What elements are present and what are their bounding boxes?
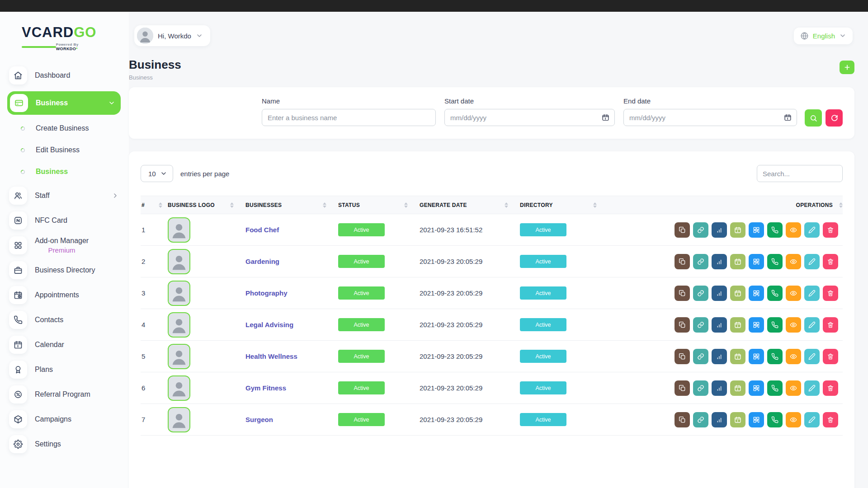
- op-calendar-button[interactable]: [730, 380, 745, 396]
- business-logo[interactable]: [168, 281, 190, 306]
- entries-per-page-select[interactable]: 10: [141, 165, 173, 182]
- op-calendar-button[interactable]: [730, 286, 745, 301]
- op-calendar-button[interactable]: [730, 317, 745, 333]
- op-delete-button[interactable]: [823, 380, 838, 396]
- sidebar-item-plans[interactable]: Plans: [9, 361, 119, 379]
- op-calendar-button[interactable]: [730, 254, 745, 269]
- sort-arrows-icon[interactable]: [404, 202, 408, 208]
- op-edit-button[interactable]: [804, 380, 820, 396]
- business-name-link[interactable]: Surgeon: [245, 416, 273, 423]
- sidebar-item-nfc-card[interactable]: NFC Card: [9, 211, 119, 230]
- op-link-button[interactable]: [693, 286, 708, 301]
- op-preview-button[interactable]: [786, 254, 801, 269]
- business-logo[interactable]: [168, 217, 190, 243]
- breadcrumb[interactable]: Business: [129, 74, 181, 81]
- op-analytics-button[interactable]: [712, 412, 727, 427]
- column-header-directory[interactable]: DIRECTORY: [519, 196, 608, 214]
- op-analytics-button[interactable]: [712, 317, 727, 333]
- business-name-link[interactable]: Photography: [245, 289, 288, 297]
- apply-filter-button[interactable]: [805, 109, 822, 127]
- business-name-input[interactable]: [262, 109, 436, 126]
- op-link-button[interactable]: [693, 254, 708, 269]
- business-logo[interactable]: [168, 344, 190, 369]
- business-logo[interactable]: [168, 312, 190, 338]
- op-delete-button[interactable]: [823, 254, 838, 269]
- op-link-button[interactable]: [693, 380, 708, 396]
- op-link-button[interactable]: [693, 317, 708, 333]
- op-edit-button[interactable]: [804, 286, 820, 301]
- op-delete-button[interactable]: [823, 317, 838, 333]
- column-header-business-logo[interactable]: BUSINESS LOGO: [167, 196, 245, 214]
- op-delete-button[interactable]: [823, 286, 838, 301]
- column-header-generate-date[interactable]: GENERATE DATE: [419, 196, 519, 214]
- op-edit-button[interactable]: [804, 254, 820, 269]
- brand-logo[interactable]: VCARDGO Powered By WORKDO*: [9, 25, 119, 51]
- op-edit-button[interactable]: [804, 222, 820, 238]
- op-phone-button[interactable]: [767, 412, 783, 427]
- op-phone-button[interactable]: [767, 222, 783, 238]
- reset-filter-button[interactable]: [826, 109, 843, 127]
- business-logo[interactable]: [168, 375, 190, 401]
- op-copy-button[interactable]: [675, 286, 690, 301]
- op-preview-button[interactable]: [786, 286, 801, 301]
- sort-arrows-icon[interactable]: [159, 202, 162, 208]
- op-copy-button[interactable]: [675, 317, 690, 333]
- business-name-link[interactable]: Gym Fitness: [245, 384, 286, 392]
- op-link-button[interactable]: [693, 349, 708, 364]
- op-qr-code-button[interactable]: [749, 349, 764, 364]
- op-preview-button[interactable]: [786, 380, 801, 396]
- sidebar-item-contacts[interactable]: Contacts: [9, 311, 119, 329]
- op-edit-button[interactable]: [804, 317, 820, 333]
- op-edit-button[interactable]: [804, 349, 820, 364]
- op-delete-button[interactable]: [823, 412, 838, 427]
- sidebar-item-calendar[interactable]: Calendar: [9, 336, 119, 354]
- op-phone-button[interactable]: [767, 380, 783, 396]
- op-calendar-button[interactable]: [730, 349, 745, 364]
- op-calendar-button[interactable]: [730, 222, 745, 238]
- business-name-link[interactable]: Food Chef: [245, 226, 279, 234]
- op-qr-code-button[interactable]: [749, 317, 764, 333]
- create-business-button[interactable]: [840, 61, 854, 74]
- op-copy-button[interactable]: [675, 412, 690, 427]
- sidebar-item-dashboard[interactable]: Dashboard: [9, 66, 119, 84]
- op-calendar-button[interactable]: [730, 412, 745, 427]
- op-delete-button[interactable]: [823, 349, 838, 364]
- sidebar-item-appointments[interactable]: Appointments: [9, 286, 119, 304]
- op-analytics-button[interactable]: [712, 380, 727, 396]
- op-delete-button[interactable]: [823, 222, 838, 238]
- user-menu-button[interactable]: Hi, Workdo: [134, 25, 210, 46]
- sidebar-subitem-edit-business[interactable]: Edit Business: [20, 143, 119, 157]
- business-name-link[interactable]: Gardening: [245, 258, 279, 265]
- column-header-#[interactable]: #: [141, 196, 167, 214]
- sidebar-item-business-directory[interactable]: Business Directory: [9, 261, 119, 279]
- op-analytics-button[interactable]: [712, 286, 727, 301]
- start-date-input[interactable]: [444, 109, 615, 126]
- op-preview-button[interactable]: [786, 317, 801, 333]
- sort-arrows-icon[interactable]: [323, 202, 326, 208]
- sidebar-subitem-create-business[interactable]: Create Business: [20, 122, 119, 135]
- op-preview-button[interactable]: [786, 412, 801, 427]
- op-qr-code-button[interactable]: [749, 380, 764, 396]
- sidebar-item-campaigns[interactable]: Campaigns: [9, 410, 119, 428]
- end-date-input[interactable]: [623, 109, 797, 126]
- business-logo[interactable]: [168, 407, 190, 432]
- op-copy-button[interactable]: [675, 380, 690, 396]
- sort-arrows-icon[interactable]: [839, 202, 843, 208]
- op-qr-code-button[interactable]: [749, 254, 764, 269]
- sidebar-item-referral-program[interactable]: Referral Program: [9, 385, 119, 404]
- language-selector[interactable]: English: [794, 28, 853, 44]
- calendar-icon[interactable]: [602, 114, 609, 122]
- sort-arrows-icon[interactable]: [505, 202, 508, 208]
- op-copy-button[interactable]: [675, 254, 690, 269]
- table-search-input[interactable]: [757, 165, 843, 182]
- op-preview-button[interactable]: [786, 349, 801, 364]
- op-analytics-button[interactable]: [712, 254, 727, 269]
- op-phone-button[interactable]: [767, 254, 783, 269]
- op-link-button[interactable]: [693, 222, 708, 238]
- op-copy-button[interactable]: [675, 222, 690, 238]
- op-phone-button[interactable]: [767, 286, 783, 301]
- op-preview-button[interactable]: [786, 222, 801, 238]
- sort-arrows-icon[interactable]: [593, 202, 597, 208]
- op-qr-code-button[interactable]: [749, 286, 764, 301]
- op-qr-code-button[interactable]: [749, 222, 764, 238]
